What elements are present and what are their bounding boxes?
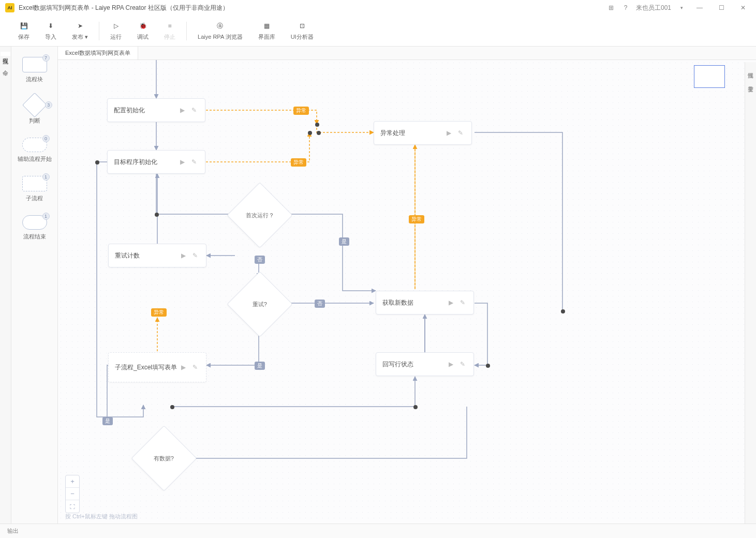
edge-no: 否	[315, 300, 325, 308]
tab-strip: Excel数据填写到网页表单	[58, 47, 756, 60]
node-retry[interactable]: 重试?	[227, 271, 292, 337]
left-tabs: 流程 命令	[0, 47, 11, 524]
maximize-button[interactable]: ☐	[714, 0, 729, 16]
palette-block[interactable]: 7流程块	[22, 57, 47, 83]
close-button[interactable]: ✕	[735, 0, 751, 16]
uilib-button[interactable]: ▦界面库	[250, 21, 283, 41]
save-button[interactable]: 💾保存	[10, 21, 37, 41]
run-button[interactable]: ▷运行	[102, 21, 129, 41]
canvas-area: Excel数据填写到网页表单	[58, 47, 756, 524]
node-config-init[interactable]: 配置初始化 ▶✎	[107, 98, 205, 122]
edit-icon[interactable]: ✎	[458, 129, 465, 137]
browser-icon: ⓐ	[215, 21, 225, 31]
canvas[interactable]: 配置初始化 ▶✎ 目标程序初始化 ▶✎ 异常处理 ▶✎ 首次运行？ 重试计数 ▶…	[58, 60, 756, 524]
analyzer-button[interactable]: ⊡UI分析器	[283, 21, 321, 41]
edge-exc: 异常	[293, 107, 309, 115]
user-name[interactable]: 来也员工001	[636, 4, 671, 12]
node-first-run[interactable]: 首次运行？	[227, 182, 292, 248]
edit-icon[interactable]: ✎	[192, 364, 200, 371]
tab-properties[interactable]: 属性	[746, 66, 755, 70]
edge-exc: 异常	[151, 308, 167, 317]
node-label: 获取新数据	[382, 298, 449, 307]
play-icon[interactable]: ▶	[180, 107, 187, 114]
node-label: 子流程_Excel填写表单	[115, 363, 181, 372]
debug-icon: 🐞	[138, 21, 148, 31]
save-icon: 💾	[19, 21, 29, 31]
edge-exc: 异常	[291, 158, 306, 167]
palette: 7流程块 3判断 0辅助流程开始 1子流程 1流程结束	[11, 47, 58, 524]
tab-commands[interactable]: 命令	[1, 64, 10, 68]
browser-button[interactable]: ⓐLaiye RPA 浏览器	[190, 21, 250, 41]
zoom-in[interactable]: +	[66, 475, 79, 488]
import-icon: ⬇	[46, 21, 56, 31]
node-exception[interactable]: 异常处理 ▶✎	[374, 121, 472, 145]
node-label: 回写行状态	[382, 360, 449, 369]
node-label: 异常处理	[380, 129, 447, 138]
edge-yes: 是	[255, 362, 265, 370]
node-retry-count[interactable]: 重试计数 ▶✎	[108, 244, 206, 267]
chevron-down-icon[interactable]: ▾	[677, 4, 686, 12]
node-has-data[interactable]: 有数据?	[131, 425, 197, 491]
zoom-control: + − ⛶	[65, 475, 80, 513]
help-icon[interactable]: ?	[621, 4, 630, 12]
play-icon[interactable]: ▶	[449, 299, 456, 306]
bottom-panel[interactable]: 输出	[0, 524, 756, 538]
play-icon[interactable]: ▶	[181, 252, 188, 259]
titlebar: AI Excel数据填写到网页表单 - Laiye RPA Creator 社区…	[0, 0, 756, 16]
palette-decision[interactable]: 3判断	[26, 96, 43, 125]
edge-exc: 异常	[409, 215, 424, 223]
palette-sub[interactable]: 1子流程	[22, 176, 47, 202]
analyzer-icon: ⊡	[297, 21, 307, 31]
palette-aux[interactable]: 0辅助流程开始	[18, 138, 52, 163]
tab-variables[interactable]: 变量	[746, 80, 755, 84]
node-label: 首次运行？	[246, 212, 274, 219]
minimap[interactable]	[694, 65, 725, 88]
file-tab[interactable]: Excel数据填写到网页表单	[58, 47, 138, 59]
edge-yes: 是	[339, 237, 349, 246]
tab-flow[interactable]: 流程	[1, 52, 10, 56]
import-button[interactable]: ⬇导入	[37, 21, 64, 41]
node-fetch-data[interactable]: 获取新数据 ▶✎	[376, 291, 474, 315]
publish-button[interactable]: ➤发布 ▾	[64, 21, 96, 41]
minimize-button[interactable]: —	[692, 0, 707, 16]
edit-icon[interactable]: ✎	[460, 299, 467, 306]
debug-button[interactable]: 🐞调试	[129, 21, 156, 41]
palette-end[interactable]: 1流程结束	[22, 215, 47, 241]
edge-yes: 是	[102, 417, 113, 425]
window-title: Excel数据填写到网页表单 - Laiye RPA Creator 社区版（仅…	[19, 4, 229, 12]
edit-icon[interactable]: ✎	[191, 158, 199, 166]
uilib-icon: ▦	[261, 21, 272, 31]
node-target-init[interactable]: 目标程序初始化 ▶✎	[107, 150, 205, 174]
zoom-out[interactable]: −	[66, 488, 79, 500]
node-sub-excel[interactable]: 子流程_Excel填写表单 ▶✎	[108, 352, 206, 382]
toolbar: 💾保存 ⬇导入 ➤发布 ▾ ▷运行 🐞调试 ■停止 ⓐLaiye RPA 浏览器…	[0, 16, 756, 47]
grid-icon[interactable]: ⊞	[607, 4, 615, 12]
canvas-hint: 按 Ctrl+鼠标左键 拖动流程图	[65, 513, 138, 520]
node-label: 配置初始化	[114, 106, 180, 115]
publish-icon: ➤	[75, 21, 85, 31]
run-icon: ▷	[111, 21, 121, 31]
play-icon[interactable]: ▶	[447, 129, 454, 137]
zoom-fit[interactable]: ⛶	[66, 500, 79, 513]
play-icon[interactable]: ▶	[180, 158, 187, 166]
node-label: 重试?	[253, 301, 267, 308]
app-logo: AI	[5, 3, 14, 12]
play-icon[interactable]: ▶	[449, 361, 456, 368]
node-label: 重试计数	[115, 251, 181, 260]
node-writeback[interactable]: 回写行状态 ▶✎	[376, 352, 474, 376]
play-icon[interactable]: ▶	[181, 364, 188, 371]
stop-icon: ■	[165, 21, 175, 31]
stop-button[interactable]: ■停止	[156, 21, 183, 41]
node-label: 有数据?	[154, 455, 174, 462]
edit-icon[interactable]: ✎	[192, 252, 200, 259]
node-label: 目标程序初始化	[114, 158, 180, 167]
right-tabs: 属性 变量	[745, 62, 756, 524]
edit-icon[interactable]: ✎	[191, 107, 199, 114]
edge-no: 否	[255, 256, 265, 264]
edit-icon[interactable]: ✎	[460, 361, 467, 368]
